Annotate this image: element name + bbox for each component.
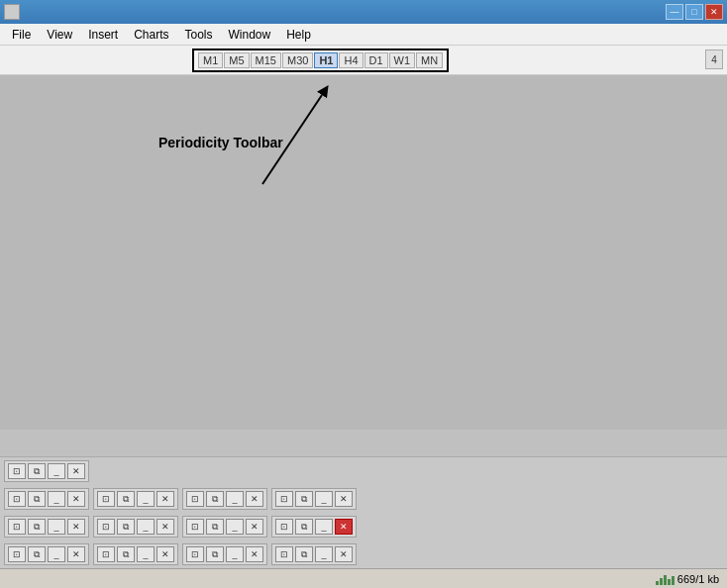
win-restore-btn[interactable]: ⊡ (186, 546, 204, 562)
menu-file[interactable]: File (4, 26, 39, 44)
win-group-2-2: ⊡ ⧉ _ ✕ (182, 516, 267, 538)
win-restore-btn[interactable]: ⊡ (8, 519, 26, 535)
win-min-btn[interactable]: _ (48, 519, 65, 535)
win-group-3-3: ⊡ ⧉ _ ✕ (271, 543, 357, 565)
win-restore-btn[interactable]: ⊡ (97, 546, 115, 562)
win-min-btn[interactable]: _ (137, 546, 155, 562)
win-min-btn[interactable]: _ (315, 491, 333, 507)
win-group-1-2: ⊡ ⧉ _ ✕ (182, 488, 267, 510)
menu-window[interactable]: Window (221, 26, 279, 44)
win-copy-btn[interactable]: ⧉ (117, 519, 135, 535)
win-min-btn[interactable]: _ (137, 491, 155, 507)
win-close-btn[interactable]: ✕ (156, 546, 174, 562)
memory-indicator: 669/1 kb (656, 573, 719, 585)
period-btn-w1[interactable]: W1 (389, 52, 416, 68)
win-close-btn[interactable]: ✕ (335, 546, 353, 562)
minimize-button[interactable]: — (666, 4, 683, 20)
win-close-btn[interactable]: ✕ (246, 546, 263, 562)
menu-bar: File View Insert Charts Tools Window Hel… (0, 24, 727, 46)
win-group-1-0: ⊡ ⧉ _ ✕ (4, 488, 89, 510)
win-copy-btn[interactable]: ⧉ (295, 491, 313, 507)
menu-tools[interactable]: Tools (177, 26, 221, 44)
win-restore-btn[interactable]: ⊡ (8, 491, 26, 507)
win-group-3-2: ⊡ ⧉ _ ✕ (182, 543, 267, 565)
win-close-btn[interactable]: ✕ (246, 519, 263, 535)
status-bar: 669/1 kb (0, 568, 727, 588)
win-group-2-1: ⊡ ⧉ _ ✕ (93, 516, 178, 538)
period-btn-d1[interactable]: D1 (364, 52, 388, 68)
window-row-0: ⊡ ⧉ _ ✕ (0, 457, 727, 485)
win-copy-btn[interactable]: ⧉ (28, 519, 46, 535)
win-min-btn[interactable]: _ (48, 463, 65, 479)
win-copy-btn[interactable]: ⧉ (28, 491, 46, 507)
menu-insert[interactable]: Insert (80, 26, 126, 44)
win-group-0-0: ⊡ ⧉ _ ✕ (4, 460, 89, 482)
win-group-3-1: ⊡ ⧉ _ ✕ (93, 543, 178, 565)
win-close-btn[interactable]: ✕ (67, 491, 85, 507)
annotation-label: Periodicity Toolbar (158, 135, 283, 150)
win-min-btn[interactable]: _ (226, 491, 244, 507)
win-min-btn[interactable]: _ (48, 546, 65, 562)
maximize-button[interactable]: □ (685, 4, 703, 20)
win-group-2-0: ⊡ ⧉ _ ✕ (4, 516, 89, 538)
period-btn-m1[interactable]: M1 (198, 52, 223, 68)
win-close-btn[interactable]: ✕ (335, 491, 353, 507)
annotation-container: Periodicity Toolbar (158, 135, 283, 154)
title-bar: — □ ✕ (0, 0, 727, 24)
win-group-1-1: ⊡ ⧉ _ ✕ (93, 488, 178, 510)
window-row-1: ⊡ ⧉ _ ✕ ⊡ ⧉ _ ✕ ⊡ ⧉ _ ✕ ⊡ ⧉ _ ✕ (0, 485, 727, 513)
win-copy-btn[interactable]: ⧉ (28, 546, 46, 562)
win-copy-btn[interactable]: ⧉ (295, 519, 313, 535)
win-min-btn[interactable]: _ (48, 491, 65, 507)
win-copy-btn[interactable]: ⧉ (117, 491, 135, 507)
win-copy-btn[interactable]: ⧉ (295, 546, 313, 562)
win-copy-btn[interactable]: ⧉ (206, 519, 224, 535)
win-close-btn-active[interactable]: ✕ (335, 519, 353, 535)
win-close-btn[interactable]: ✕ (246, 491, 263, 507)
win-restore-btn[interactable]: ⊡ (186, 491, 204, 507)
win-restore-btn[interactable]: ⊡ (8, 463, 26, 479)
period-btn-m15[interactable]: M15 (251, 52, 281, 68)
title-bar-controls: — □ ✕ (666, 4, 723, 20)
win-restore-btn[interactable]: ⊡ (8, 546, 26, 562)
win-min-btn[interactable]: _ (226, 546, 244, 562)
win-copy-btn[interactable]: ⧉ (206, 546, 224, 562)
win-copy-btn[interactable]: ⧉ (28, 463, 46, 479)
bar-chart-icon (656, 573, 675, 585)
win-group-2-3: ⊡ ⧉ _ ✕ (271, 516, 357, 538)
win-copy-btn[interactable]: ⧉ (117, 546, 135, 562)
win-close-btn[interactable]: ✕ (67, 463, 85, 479)
period-btn-h1[interactable]: H1 (314, 52, 338, 68)
memory-text: 669/1 kb (677, 573, 719, 585)
win-restore-btn[interactable]: ⊡ (97, 491, 115, 507)
scroll-right-button[interactable]: 4 (705, 49, 723, 69)
toolbar-row: M1M5M15M30H1H4D1W1MN 4 (0, 46, 727, 75)
win-min-btn[interactable]: _ (315, 519, 333, 535)
win-restore-btn[interactable]: ⊡ (275, 491, 293, 507)
win-restore-btn[interactable]: ⊡ (97, 519, 115, 535)
win-close-btn[interactable]: ✕ (156, 491, 174, 507)
period-btn-mn[interactable]: MN (416, 52, 443, 68)
menu-help[interactable]: Help (278, 26, 319, 44)
period-btn-m5[interactable]: M5 (224, 52, 249, 68)
win-close-btn[interactable]: ✕ (67, 546, 85, 562)
title-bar-left (4, 4, 20, 20)
win-close-btn[interactable]: ✕ (156, 519, 174, 535)
close-button[interactable]: ✕ (705, 4, 723, 20)
win-min-btn[interactable]: _ (226, 519, 244, 535)
period-btn-h4[interactable]: H4 (339, 52, 363, 68)
win-min-btn[interactable]: _ (137, 519, 155, 535)
period-btn-m30[interactable]: M30 (282, 52, 313, 68)
win-restore-btn[interactable]: ⊡ (275, 546, 293, 562)
win-group-1-3: ⊡ ⧉ _ ✕ (271, 488, 357, 510)
win-restore-btn[interactable]: ⊡ (275, 519, 293, 535)
win-close-btn[interactable]: ✕ (67, 519, 85, 535)
win-restore-btn[interactable]: ⊡ (186, 519, 204, 535)
menu-charts[interactable]: Charts (126, 26, 176, 44)
win-copy-btn[interactable]: ⧉ (206, 491, 224, 507)
window-row-2: ⊡ ⧉ _ ✕ ⊡ ⧉ _ ✕ ⊡ ⧉ _ ✕ ⊡ ⧉ _ ✕ (0, 513, 727, 540)
menu-view[interactable]: View (39, 26, 80, 44)
window-row-3: ⊡ ⧉ _ ✕ ⊡ ⧉ _ ✕ ⊡ ⧉ _ ✕ ⊡ ⧉ _ ✕ (0, 540, 727, 568)
win-min-btn[interactable]: _ (315, 546, 333, 562)
bottom-area: ⊡ ⧉ _ ✕ ⊡ ⧉ _ ✕ ⊡ ⧉ _ ✕ ⊡ ⧉ _ ✕ ⊡ ⧉ _ (0, 456, 727, 588)
